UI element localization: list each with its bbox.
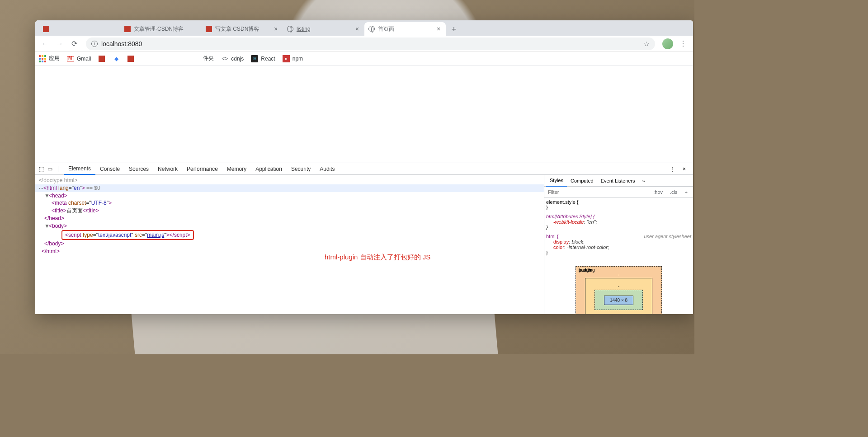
- bookmark-label: npm: [292, 56, 303, 62]
- dom-doctype[interactable]: <!doctype html>: [35, 177, 544, 184]
- tab-title: 首页面: [378, 25, 432, 33]
- bookmark-item[interactable]: ⚛ React: [251, 55, 275, 62]
- bookmark-label: 件夹: [203, 55, 214, 62]
- bookmark-item[interactable]: [127, 55, 134, 62]
- dom-meta-element[interactable]: <meta charset="UTF-8">: [35, 199, 544, 207]
- devtools-tab-performance[interactable]: Performance: [182, 163, 222, 175]
- devtools-tab-sources[interactable]: Sources: [124, 163, 153, 175]
- bookmark-item[interactable]: ◆: [113, 55, 120, 62]
- tab-favicon-icon: [287, 25, 294, 33]
- bookmark-label: Gmail: [77, 56, 91, 62]
- page-content: [35, 66, 693, 163]
- elements-tree[interactable]: <!doctype html> ···<html lang="en"> == $…: [35, 175, 544, 314]
- npm-icon: n: [283, 55, 290, 62]
- bookmark-item[interactable]: 件夹: [203, 55, 214, 62]
- tab-close-icon[interactable]: ×: [435, 25, 442, 33]
- browser-window: 文章管理-CSDN博客 写文章 CSDN博客 × listing × 首页面 ×…: [35, 20, 693, 314]
- browser-tab[interactable]: 写文章 CSDN博客 ×: [202, 22, 283, 36]
- devtools-tabs: ⬚ ▭ Elements Console Sources Network Per…: [35, 163, 693, 175]
- profile-avatar[interactable]: [662, 38, 673, 49]
- tab-strip: 文章管理-CSDN博客 写文章 CSDN博客 × listing × 首页面 ×…: [35, 20, 693, 36]
- add-rule-button[interactable]: +: [683, 189, 689, 195]
- tab-favicon-icon: [205, 25, 212, 33]
- tab-favicon-icon: [368, 25, 375, 33]
- react-icon: ⚛: [251, 55, 258, 62]
- dom-head-open[interactable]: ▼<head>: [35, 192, 544, 200]
- tab-close-icon[interactable]: ×: [354, 25, 361, 33]
- cls-toggle[interactable]: .cls: [668, 189, 679, 195]
- devtools-tab-security[interactable]: Security: [287, 163, 315, 175]
- dom-head-close[interactable]: </head>: [35, 215, 544, 222]
- info-icon[interactable]: i: [91, 41, 98, 47]
- devtools-menu-icon[interactable]: ⋮: [666, 166, 679, 172]
- bookmark-item[interactable]: Gmail: [67, 55, 91, 62]
- forward-button[interactable]: →: [53, 38, 66, 50]
- dom-body-close[interactable]: </body>: [35, 240, 544, 248]
- styles-tab-computed[interactable]: Computed: [567, 175, 597, 187]
- hov-toggle[interactable]: :hov: [651, 189, 665, 195]
- dom-html-element[interactable]: ···<html lang="en"> == $0: [35, 184, 544, 192]
- code-icon: <>: [221, 55, 228, 62]
- devtools-tab-application[interactable]: Application: [251, 163, 287, 175]
- bookmark-item[interactable]: n npm: [283, 55, 303, 62]
- browser-toolbar: ← → ⟳ i localhost:8080 ☆ ⋮: [35, 36, 693, 52]
- devtools-body: <!doctype html> ···<html lang="en"> == $…: [35, 175, 693, 314]
- inspect-element-icon[interactable]: ⬚: [39, 166, 44, 172]
- apps-grid-icon: [39, 55, 46, 62]
- tab-title: listing: [297, 26, 351, 32]
- bookmark-label: React: [261, 56, 275, 62]
- bookmarks-bar: 应用 Gmail ◆ 件夹 <> cdnjs ⚛ React n npm: [35, 52, 693, 66]
- dom-body-open[interactable]: ▼<body>: [35, 222, 544, 230]
- dom-script-element[interactable]: <script type="text/javascript" src="main…: [35, 230, 544, 240]
- browser-tab-active[interactable]: 首页面 ×: [364, 22, 446, 36]
- browser-tab[interactable]: 文章管理-CSDN博客: [120, 22, 202, 36]
- gmail-icon: [67, 55, 74, 62]
- styles-rules[interactable]: element.style { } html[Attributes Style]…: [544, 197, 693, 314]
- back-button[interactable]: ←: [39, 38, 52, 50]
- tab-title: 写文章 CSDN博客: [215, 25, 269, 33]
- browser-tab[interactable]: [39, 22, 120, 36]
- box-model-diagram: margin- border- padding 1440 × 8: [546, 259, 691, 314]
- devtools-tab-memory[interactable]: Memory: [222, 163, 251, 175]
- browser-tab[interactable]: listing ×: [283, 22, 364, 36]
- reload-button[interactable]: ⟳: [68, 38, 80, 50]
- devtools-close-icon[interactable]: ×: [679, 166, 689, 172]
- styles-filter-row: :hov .cls +: [544, 187, 693, 197]
- tab-favicon-icon: [42, 25, 50, 33]
- bookmark-star-icon[interactable]: ☆: [644, 40, 650, 47]
- devtools-tab-elements[interactable]: Elements: [64, 163, 95, 175]
- device-toggle-icon[interactable]: ▭: [47, 166, 52, 172]
- tab-favicon-icon: [124, 25, 131, 33]
- dom-html-close[interactable]: </html>: [35, 248, 544, 255]
- styles-tabs: Styles Computed Event Listeners »: [544, 175, 693, 187]
- browser-menu-button[interactable]: ⋮: [677, 38, 689, 50]
- devtools-tab-audits[interactable]: Audits: [315, 163, 339, 175]
- styles-panel: Styles Computed Event Listeners » :hov .…: [544, 175, 693, 314]
- apps-label: 应用: [49, 55, 60, 62]
- bookmark-item[interactable]: <> cdnjs: [221, 55, 244, 62]
- styles-filter-input[interactable]: [548, 189, 648, 195]
- annotation-text: html-plugin 自动注入了打包好的 JS: [325, 253, 430, 262]
- bookmark-label: cdnjs: [231, 56, 244, 62]
- styles-tab-events[interactable]: Event Listeners: [597, 175, 639, 187]
- dom-title-element[interactable]: <title>首页面</title>: [35, 207, 544, 215]
- tab-title: 文章管理-CSDN博客: [134, 25, 198, 33]
- apps-button[interactable]: 应用: [39, 55, 60, 62]
- tab-close-icon[interactable]: ×: [272, 25, 279, 33]
- address-bar[interactable]: i localhost:8080 ☆: [86, 38, 655, 50]
- styles-tab-styles[interactable]: Styles: [546, 175, 567, 187]
- devtools-panel: ⬚ ▭ Elements Console Sources Network Per…: [35, 163, 693, 314]
- url-text: localhost:8080: [101, 40, 142, 47]
- styles-tab-more-icon[interactable]: »: [639, 175, 649, 187]
- bookmark-item[interactable]: [98, 55, 105, 62]
- devtools-tab-network[interactable]: Network: [153, 163, 182, 175]
- devtools-tab-console[interactable]: Console: [95, 163, 124, 175]
- new-tab-button[interactable]: +: [448, 23, 460, 36]
